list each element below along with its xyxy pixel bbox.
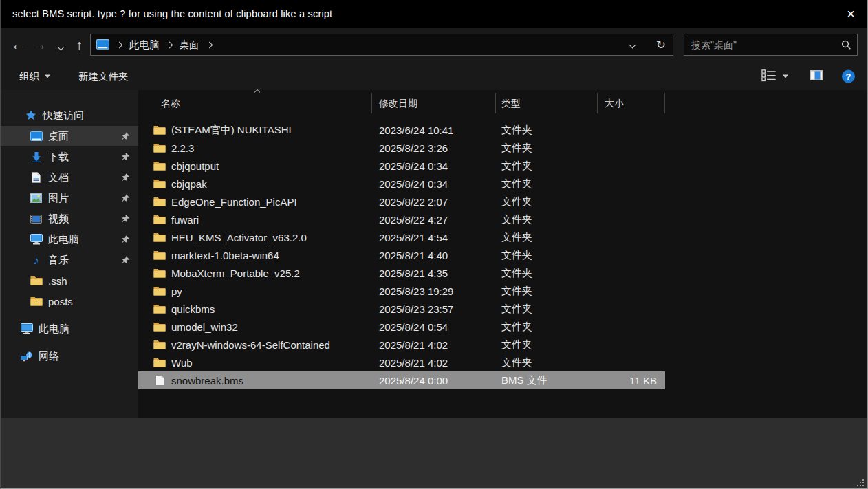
sidebar-item-computer[interactable]: 此电脑 [1,318,138,339]
forward-button[interactable]: → [31,38,49,52]
file-name-cell: cbjqpak [138,178,372,190]
breadcrumb: 此电脑 桌面 [96,34,212,55]
sidebar-item-label: 图片 [48,192,69,205]
document-icon [30,172,43,183]
search-icon[interactable] [840,39,851,53]
sidebar-item-picture[interactable]: 图片 [1,188,138,208]
sidebar-item-label: posts [48,296,73,307]
file-row[interactable]: cbjqpak2025/8/24 0:34文件夹 [138,175,665,193]
sidebar-item-label: 此电脑 [39,323,69,336]
file-row[interactable]: marktext-1.0beta-win642025/8/21 4:40文件夹 [138,246,665,264]
folder-icon [153,322,166,332]
sidebar-item-desktop[interactable]: 桌面 [1,126,138,146]
desktop-icon [30,131,43,142]
file-name-cell: py [138,285,372,297]
file-date-cell: 2025/8/21 4:02 [372,339,496,351]
address-bar[interactable]: 此电脑 桌面 ↻ [90,34,673,56]
file-row[interactable]: v2rayN-windows-64-SelfContained2025/8/21… [138,336,665,354]
file-date-cell: 2025/8/22 2:07 [372,196,496,208]
column-header-type[interactable]: 类型 [496,93,598,113]
folder-icon [153,250,166,260]
search-input[interactable] [690,35,834,54]
column-headers: 名称 修改日期 类型 大小 [138,93,665,113]
column-header-name[interactable]: 名称 [138,93,372,113]
change-view-button[interactable] [761,69,788,83]
sidebar-item-folder[interactable]: posts [1,291,138,312]
new-folder-button[interactable]: 新建文件夹 [78,69,129,83]
sidebar-item-document[interactable]: 文档 [1,167,138,188]
folder-icon [30,276,43,285]
history-dropdown-button[interactable] [54,38,67,52]
file-row[interactable]: py2025/8/23 19:29文件夹 [138,282,665,300]
file-date-cell: 2025/8/24 0:00 [372,375,496,387]
file-name-label: EdgeOne_Function_PicAPI [171,196,297,208]
file-row[interactable]: Wub2025/8/21 4:02文件夹 [138,354,665,371]
file-row[interactable]: umodel_win322025/8/24 0:54文件夹 [138,318,665,336]
resize-grip[interactable] [857,479,864,486]
details-view-icon [761,69,777,83]
folder-icon [153,215,166,224]
file-type-cell: BMS 文件 [496,374,598,387]
refresh-button[interactable]: ↻ [656,38,666,52]
file-name-cell: 2.2.3 [138,142,372,154]
column-header-size[interactable]: 大小 [598,93,665,113]
column-header-date-modified[interactable]: 修改日期 [372,93,496,113]
file-row[interactable]: quickbms2025/8/23 23:57文件夹 [138,300,665,318]
sidebar-item-video[interactable]: 视频 [1,208,138,229]
close-button[interactable]: × [841,4,860,23]
breadcrumb-item-this-pc[interactable]: 此电脑 [129,39,160,52]
file-name-label: HEU_KMS_Activator_v63.2.0 [171,232,307,243]
file-row[interactable]: EdgeOne_Function_PicAPI2025/8/22 2:07文件夹 [138,193,665,210]
folder-icon [153,232,166,242]
preview-pane-icon [810,69,823,83]
pin-icon [121,194,130,203]
file-row[interactable]: snowbreak.bms2025/8/24 0:00BMS 文件11 KB [138,371,665,389]
file-date-cell: 2025/8/21 4:54 [372,232,496,243]
file-name-label: (STEAM官中) NUKITASHI [171,124,292,137]
sidebar-item-label: 桌面 [48,130,69,143]
folder-icon [153,358,166,367]
file-row[interactable]: cbjqoutput2025/8/24 0:34文件夹 [138,157,665,175]
caret-down-icon [45,74,50,78]
file-name-label: cbjqpak [171,178,207,190]
file-icon [153,375,166,386]
sidebar-item-music[interactable]: ♪音乐 [1,250,138,270]
sidebar-item-quick-access-star[interactable]: 快速访问 [1,105,138,126]
file-row[interactable]: HEU_KMS_Activator_v63.2.02025/8/21 4:54文… [138,228,665,246]
picture-icon [30,193,43,203]
address-dropdown-icon[interactable] [629,42,636,49]
pin-icon [121,153,130,162]
chevron-down-icon [57,44,64,51]
folder-icon [153,268,166,278]
sidebar-item-label: 此电脑 [48,233,79,246]
preview-pane-button[interactable] [810,69,823,83]
up-button[interactable]: ↑ [70,38,88,52]
file-type-cell: 文件夹 [496,303,598,316]
file-row[interactable]: 2.2.32025/8/22 3:26文件夹 [138,139,665,157]
sidebar-item-network[interactable]: 网络 [1,346,138,367]
folder-icon [153,340,166,349]
folder-icon [153,304,166,314]
file-row[interactable]: fuwari2025/8/22 4:27文件夹 [138,210,665,228]
file-name-label: MobaXterm_Portable_v25.2 [171,268,300,279]
file-date-cell: 2025/8/24 0:34 [372,178,496,190]
dialog-content: 快速访问桌面下载文档图片视频此电脑♪音乐.sshposts此电脑网络 名称 修改… [1,90,867,418]
file-type-cell: 文件夹 [496,338,598,351]
this-pc-icon [96,39,109,50]
file-name-cell: quickbms [138,303,372,315]
help-button[interactable]: ? [842,69,855,83]
file-type-cell: 文件夹 [496,249,598,262]
organize-button[interactable]: 组织 [19,69,50,83]
sidebar: 快速访问桌面下载文档图片视频此电脑♪音乐.sshposts此电脑网络 [1,90,138,418]
file-type-cell: 文件夹 [496,160,598,173]
file-row[interactable]: MobaXterm_Portable_v25.22025/8/21 4:35文件… [138,264,665,282]
file-name-cell: snowbreak.bms [138,375,372,387]
sidebar-item-folder[interactable]: .ssh [1,270,138,291]
file-date-cell: 2025/8/21 4:02 [372,357,496,369]
file-row[interactable]: (STEAM官中) NUKITASHI2023/6/24 10:41文件夹 [138,121,665,139]
sidebar-item-download[interactable]: 下载 [1,146,138,167]
breadcrumb-item-desktop[interactable]: 桌面 [180,39,199,52]
back-button[interactable]: ← [9,38,27,52]
sidebar-item-computer[interactable]: 此电脑 [1,229,138,250]
file-name-cell: umodel_win32 [138,321,372,333]
